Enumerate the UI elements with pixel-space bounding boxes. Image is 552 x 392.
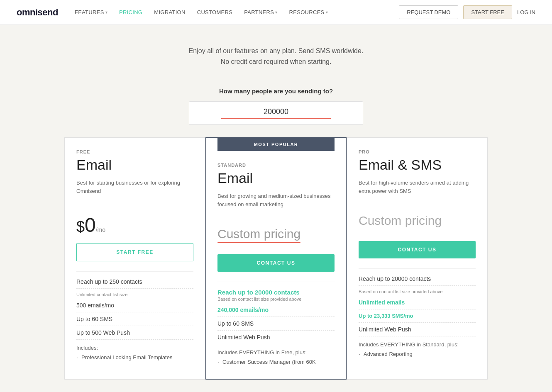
most-popular-badge: MOST POPULAR — [217, 138, 335, 151]
contact-us-pro-button[interactable]: CONTACT US — [359, 241, 476, 258]
feature-emails-free: 500 emails/mo — [76, 302, 193, 312]
free-features: Reach up to 250 contacts Unlimited conta… — [76, 271, 193, 360]
start-free-plan-button[interactable]: START FREE — [76, 243, 193, 261]
feature-webpush-standard: Unlimited Web Push — [217, 334, 335, 344]
feature-contacts-free: Reach up to 250 contacts — [76, 278, 193, 289]
nav-links: FEATURES ▾ PRICING MIGRATION CUSTOMERS P… — [75, 9, 399, 15]
plan-card-pro: PRO Email & SMS Best for high-volume sen… — [347, 137, 488, 380]
feature-emails-pro: Unlimited emails — [359, 299, 476, 309]
nav-resources[interactable]: RESOURCES ▾ — [289, 9, 328, 15]
pro-features: Reach up to 20000 contacts Based on cont… — [359, 268, 476, 357]
subscriber-input[interactable]: 200000 — [198, 107, 354, 116]
plan-description-free: Best for starting businesses or for expl… — [76, 179, 193, 204]
feature-sms-free: Up to 60 SMS — [76, 316, 193, 326]
feature-sms-standard: Up to 60 SMS — [217, 320, 335, 331]
feature-webpush-pro: Unlimited Web Push — [359, 326, 476, 336]
nav-migration[interactable]: MIGRATION — [154, 9, 185, 15]
subscriber-section: How many people are you sending to? 2000… — [0, 79, 552, 129]
contact-us-standard-button[interactable]: CONTACT US — [217, 254, 335, 272]
subscriber-underline — [221, 118, 331, 119]
navbar: omnisend FEATURES ▾ PRICING MIGRATION CU… — [0, 0, 552, 25]
chevron-down-icon: ▾ — [326, 10, 328, 15]
includes-item-standard-0: Customer Success Manager (from 60K — [217, 359, 335, 365]
includes-item-pro-0: Advanced Reporting — [359, 351, 476, 357]
pricing-section: FREE Email Best for starting businesses … — [48, 129, 504, 392]
plan-tier-free: FREE — [76, 149, 193, 154]
feature-contacts-standard: Reach up to 20000 contacts — [217, 289, 335, 296]
nav-customers[interactable]: CUSTOMERS — [197, 9, 233, 15]
feature-contacts-sub-free: Unlimited contact list size — [76, 292, 193, 297]
chevron-down-icon: ▾ — [275, 10, 277, 15]
subscriber-input-wrapper: 200000 — [189, 101, 363, 125]
login-button[interactable]: LOG IN — [517, 9, 535, 15]
feature-contacts-sub-pro: Based on contact list size provided abov… — [359, 289, 476, 294]
nav-actions: REQUEST DEMO START FREE LOG IN — [399, 5, 535, 19]
feature-contacts-sub-standard: Based on contact list size provided abov… — [217, 297, 335, 302]
standard-features: Reach up to 20000 contacts Based on cont… — [217, 282, 335, 365]
nav-partners[interactable]: PARTNERS ▾ — [244, 9, 277, 15]
plan-tier-pro: PRO — [359, 149, 476, 154]
plan-description-standard: Best for growing and medium-sized busine… — [217, 192, 335, 217]
subscriber-question: How many people are you sending to? — [8, 88, 544, 95]
feature-webpush-free: Up to 500 Web Push — [76, 329, 193, 340]
custom-pricing-underline-standard — [217, 242, 300, 243]
request-demo-button[interactable]: REQUEST DEMO — [399, 5, 458, 19]
plan-name-standard: Email — [217, 170, 335, 186]
includes-label-free: Includes: — [76, 345, 193, 351]
hero-line1: Enjoy all of our features on any plan. S… — [8, 46, 544, 56]
includes-label-pro: Includes EVERYTHING in Standard, plus: — [359, 341, 476, 348]
feature-emails-standard: 240,000 emails/mo — [217, 307, 335, 317]
plan-name-free: Email — [76, 157, 193, 173]
hero-section: Enjoy all of our features on any plan. S… — [0, 25, 552, 79]
plan-price-free: $0/mo — [76, 214, 193, 236]
feature-sms-pro: Up to 23,333 SMS/mo — [359, 313, 476, 323]
plan-name-pro: Email & SMS — [359, 157, 476, 173]
logo: omnisend — [17, 7, 58, 18]
includes-label-standard: Includes EVERYTHING in Free, plus: — [217, 349, 335, 355]
plan-description-pro: Best for high-volume senders aimed at ad… — [359, 179, 476, 204]
chevron-down-icon: ▾ — [105, 10, 107, 15]
feature-contacts-pro: Reach up to 20000 contacts — [359, 275, 476, 286]
custom-pricing-pro: Custom pricing — [359, 214, 476, 234]
plan-card-standard: MOST POPULAR STANDARD Email Best for gro… — [205, 137, 347, 380]
nav-features[interactable]: FEATURES ▾ — [75, 9, 107, 15]
start-free-nav-button[interactable]: START FREE — [463, 5, 512, 19]
hero-line2: No credit card required when starting. — [8, 56, 544, 67]
nav-pricing[interactable]: PRICING — [119, 9, 142, 15]
plan-card-free: FREE Email Best for starting businesses … — [64, 137, 205, 380]
plan-tier-standard: STANDARD — [217, 163, 335, 168]
includes-item-free-0: Professional Looking Email Templates — [76, 354, 193, 360]
custom-pricing-standard: Custom pricing — [217, 227, 335, 248]
